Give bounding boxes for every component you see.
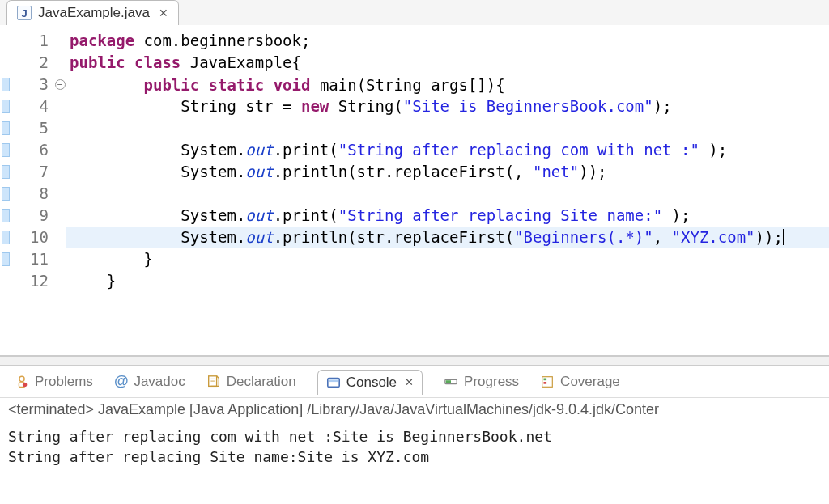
- line-number: 3: [40, 74, 49, 95]
- line-number: 2: [40, 52, 49, 74]
- line-number: 10: [30, 227, 49, 248]
- file-tab-java-example[interactable]: J JavaExample.java ✕: [6, 0, 179, 25]
- java-file-icon: J: [17, 6, 32, 20]
- line-number: 4: [40, 95, 49, 117]
- tab-label: Progress: [464, 374, 519, 390]
- code-region[interactable]: 1 2 3 4 5 6 7 8 9 10 11 12 − package com…: [0, 25, 829, 355]
- console-line: String after replacing com with net :Sit…: [8, 426, 821, 447]
- marker-gutter: [0, 30, 11, 355]
- code-line[interactable]: package com.beginnersbook;: [66, 30, 829, 52]
- line-number: 12: [30, 270, 49, 292]
- console-icon: [326, 375, 341, 390]
- fold-toggle-icon[interactable]: −: [55, 79, 66, 90]
- progress-icon: [444, 375, 458, 389]
- line-number: 6: [40, 139, 49, 161]
- fold-gutter: −: [53, 30, 66, 355]
- file-tab-label: JavaExample.java: [38, 5, 150, 21]
- text-caret: [783, 229, 784, 245]
- line-number: 5: [40, 117, 49, 139]
- tab-label: Javadoc: [134, 374, 185, 390]
- code-line[interactable]: String str = new String("Site is Beginne…: [66, 95, 829, 117]
- code-line[interactable]: [66, 183, 829, 205]
- tab-label: Console: [346, 375, 397, 391]
- line-number: 7: [40, 161, 49, 183]
- code-lines[interactable]: package com.beginnersbook; public class …: [66, 30, 829, 355]
- svg-rect-9: [446, 380, 451, 383]
- declaration-icon: [206, 375, 221, 389]
- tab-coverage[interactable]: Coverage: [540, 374, 620, 390]
- code-line-current[interactable]: System.out.println(str.replaceFirst("Beg…: [66, 227, 829, 248]
- tab-console[interactable]: Console ✕: [317, 370, 423, 395]
- svg-rect-6: [328, 378, 339, 387]
- close-icon[interactable]: ✕: [405, 376, 414, 388]
- code-line[interactable]: [66, 117, 829, 139]
- tab-label: Coverage: [560, 374, 620, 390]
- svg-rect-11: [544, 378, 547, 380]
- code-line[interactable]: public static void main(String args[]){: [66, 74, 829, 95]
- line-number-gutter: 1 2 3 4 5 6 7 8 9 10 11 12: [11, 30, 53, 355]
- svg-point-2: [23, 382, 27, 386]
- console-output[interactable]: String after replacing com with net :Sit…: [0, 421, 829, 472]
- coverage-icon: [540, 375, 555, 389]
- close-icon[interactable]: ✕: [159, 6, 168, 19]
- code-line[interactable]: public class JavaExample{: [66, 52, 829, 74]
- tab-progress[interactable]: Progress: [444, 374, 519, 390]
- code-line[interactable]: }: [66, 270, 829, 292]
- console-line: String after replacing Site name:Site is…: [8, 447, 821, 467]
- bottom-panel: Problems @ Javadoc Declaration Console ✕…: [0, 366, 829, 472]
- line-number: 9: [40, 205, 49, 227]
- editor-tab-bar: J JavaExample.java ✕: [0, 0, 829, 25]
- tab-declaration[interactable]: Declaration: [206, 374, 296, 390]
- panel-splitter[interactable]: [0, 356, 829, 366]
- code-line[interactable]: System.out.println(str.replaceFirst(, "n…: [66, 161, 829, 183]
- code-line[interactable]: System.out.print("String after replacing…: [66, 205, 829, 227]
- problems-icon: [15, 375, 29, 389]
- line-number: 11: [30, 248, 49, 270]
- bottom-tab-bar: Problems @ Javadoc Declaration Console ✕…: [0, 366, 829, 398]
- editor-area: J JavaExample.java ✕ 1 2 3 4 5 6 7: [0, 0, 829, 356]
- svg-point-0: [19, 376, 24, 381]
- code-line[interactable]: }: [66, 248, 829, 270]
- svg-rect-7: [329, 379, 338, 382]
- tab-javadoc[interactable]: @ Javadoc: [114, 373, 185, 390]
- line-number: 1: [40, 30, 49, 52]
- svg-rect-12: [544, 382, 547, 384]
- tab-label: Problems: [35, 374, 93, 390]
- tab-label: Declaration: [227, 374, 296, 390]
- tab-problems[interactable]: Problems: [15, 374, 93, 390]
- code-line[interactable]: System.out.print("String after replacing…: [66, 139, 829, 161]
- console-status: <terminated> JavaExample [Java Applicati…: [0, 398, 829, 421]
- javadoc-icon: @: [114, 373, 129, 390]
- line-number: 8: [40, 183, 49, 205]
